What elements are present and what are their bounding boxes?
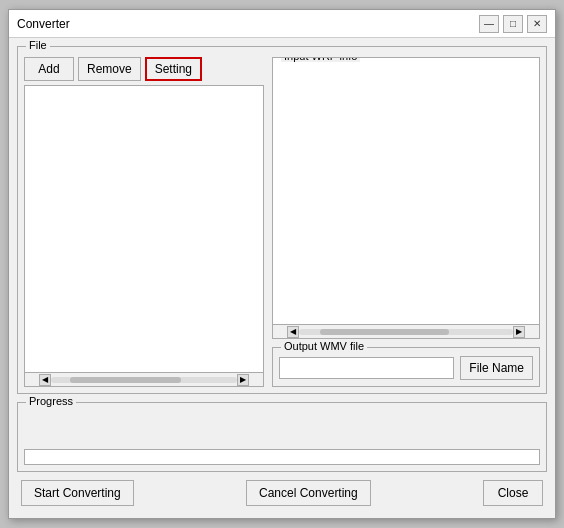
progress-bar-outer bbox=[24, 449, 540, 465]
output-wmv-input[interactable] bbox=[279, 357, 454, 379]
right-panel: Input WRF info ◀ ▶ Output WMV file File … bbox=[272, 57, 540, 387]
input-wrf-legend: Input WRF info bbox=[281, 57, 360, 62]
scroll-thumb bbox=[70, 377, 182, 383]
progress-legend: Progress bbox=[26, 395, 76, 407]
file-button-row: Add Remove Setting bbox=[24, 57, 264, 81]
start-converting-button[interactable]: Start Converting bbox=[21, 480, 134, 506]
title-bar-controls: — □ ✕ bbox=[479, 15, 547, 33]
window-body: File Add Remove Setting ◀ ▶ bbox=[9, 38, 555, 518]
left-panel: Add Remove Setting ◀ ▶ bbox=[24, 57, 264, 387]
setting-button[interactable]: Setting bbox=[145, 57, 202, 81]
bottom-buttons: Start Converting Cancel Converting Close bbox=[17, 480, 547, 510]
file-group-legend: File bbox=[26, 39, 50, 51]
close-window-button[interactable]: ✕ bbox=[527, 15, 547, 33]
input-wrf-scrollbar[interactable]: ◀ ▶ bbox=[273, 324, 539, 338]
add-button[interactable]: Add bbox=[24, 57, 74, 81]
wrf-scroll-left[interactable]: ◀ bbox=[287, 326, 299, 338]
maximize-button[interactable]: □ bbox=[503, 15, 523, 33]
scroll-right-arrow[interactable]: ▶ bbox=[237, 374, 249, 386]
scroll-track bbox=[51, 377, 237, 383]
file-list: ◀ ▶ bbox=[24, 85, 264, 387]
output-wmv-group: Output WMV file File Name bbox=[272, 347, 540, 387]
main-window: Converter — □ ✕ File Add Remove Setting … bbox=[8, 9, 556, 519]
close-button[interactable]: Close bbox=[483, 480, 543, 506]
remove-button[interactable]: Remove bbox=[78, 57, 141, 81]
cancel-converting-button[interactable]: Cancel Converting bbox=[246, 480, 371, 506]
file-name-button[interactable]: File Name bbox=[460, 356, 533, 380]
scroll-left-arrow[interactable]: ◀ bbox=[39, 374, 51, 386]
minimize-button[interactable]: — bbox=[479, 15, 499, 33]
input-wrf-group: Input WRF info ◀ ▶ bbox=[272, 57, 540, 339]
file-list-scrollbar[interactable]: ◀ ▶ bbox=[25, 372, 263, 386]
wrf-scroll-track bbox=[299, 329, 513, 335]
progress-group: Progress bbox=[17, 402, 547, 472]
wrf-scroll-thumb bbox=[320, 329, 448, 335]
window-title: Converter bbox=[17, 17, 479, 31]
output-wmv-legend: Output WMV file bbox=[281, 340, 367, 352]
wrf-scroll-right[interactable]: ▶ bbox=[513, 326, 525, 338]
file-group: File Add Remove Setting ◀ ▶ bbox=[17, 46, 547, 394]
title-bar: Converter — □ ✕ bbox=[9, 10, 555, 38]
